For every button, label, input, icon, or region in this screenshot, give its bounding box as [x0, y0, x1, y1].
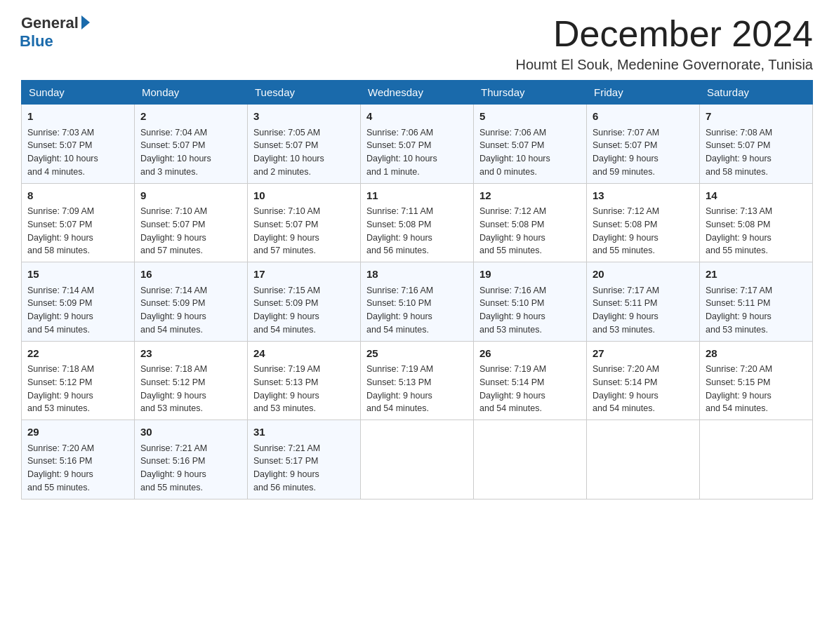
calendar-cell: 8Sunrise: 7:09 AM Sunset: 5:07 PM Daylig…: [22, 183, 135, 262]
calendar-cell: 31Sunrise: 7:21 AM Sunset: 5:17 PM Dayli…: [248, 420, 361, 499]
calendar-cell: 20Sunrise: 7:17 AM Sunset: 5:11 PM Dayli…: [587, 262, 700, 342]
calendar-cell: 30Sunrise: 7:21 AM Sunset: 5:16 PM Dayli…: [135, 420, 248, 499]
calendar-cell: 29Sunrise: 7:20 AM Sunset: 5:16 PM Dayli…: [22, 420, 135, 499]
day-number: 10: [253, 188, 355, 204]
calendar-cell: [361, 420, 474, 499]
title-section: December 2024 Houmt El Souk, Medenine Go…: [515, 14, 813, 73]
day-number: 1: [27, 109, 128, 125]
cell-info: Sunrise: 7:17 AM Sunset: 5:11 PM Dayligh…: [593, 284, 694, 337]
cell-info: Sunrise: 7:19 AM Sunset: 5:14 PM Dayligh…: [479, 363, 581, 415]
cell-info: Sunrise: 7:17 AM Sunset: 5:11 PM Dayligh…: [706, 284, 807, 337]
logo-general-text: General: [21, 14, 79, 32]
week-row-1: 1Sunrise: 7:03 AM Sunset: 5:07 PM Daylig…: [22, 105, 813, 184]
calendar-cell: [700, 420, 813, 499]
day-number: 17: [253, 267, 355, 283]
day-number: 9: [140, 188, 241, 204]
day-number: 7: [706, 109, 807, 125]
day-number: 28: [706, 346, 807, 362]
calendar-cell: 10Sunrise: 7:10 AM Sunset: 5:07 PM Dayli…: [248, 183, 361, 262]
cell-info: Sunrise: 7:19 AM Sunset: 5:13 PM Dayligh…: [253, 363, 355, 415]
cell-info: Sunrise: 7:04 AM Sunset: 5:07 PM Dayligh…: [140, 126, 241, 179]
cell-info: Sunrise: 7:12 AM Sunset: 5:08 PM Dayligh…: [479, 205, 581, 257]
col-header-sunday: Sunday: [22, 81, 135, 105]
calendar-cell: [587, 420, 700, 499]
cell-info: Sunrise: 7:10 AM Sunset: 5:07 PM Dayligh…: [253, 205, 355, 257]
calendar-cell: 18Sunrise: 7:16 AM Sunset: 5:10 PM Dayli…: [361, 262, 474, 342]
day-number: 18: [366, 267, 468, 283]
cell-info: Sunrise: 7:16 AM Sunset: 5:10 PM Dayligh…: [479, 284, 581, 337]
col-header-monday: Monday: [135, 81, 248, 105]
day-number: 30: [140, 424, 241, 441]
cell-info: Sunrise: 7:06 AM Sunset: 5:07 PM Dayligh…: [366, 126, 468, 179]
day-number: 21: [706, 267, 807, 283]
calendar-cell: 15Sunrise: 7:14 AM Sunset: 5:09 PM Dayli…: [22, 262, 135, 342]
day-number: 23: [140, 346, 241, 362]
day-number: 6: [593, 109, 694, 125]
calendar-cell: 25Sunrise: 7:19 AM Sunset: 5:13 PM Dayli…: [361, 341, 474, 420]
cell-info: Sunrise: 7:14 AM Sunset: 5:09 PM Dayligh…: [140, 284, 241, 337]
calendar-cell: 26Sunrise: 7:19 AM Sunset: 5:14 PM Dayli…: [474, 341, 587, 420]
cell-info: Sunrise: 7:09 AM Sunset: 5:07 PM Dayligh…: [27, 205, 128, 257]
cell-info: Sunrise: 7:21 AM Sunset: 5:16 PM Dayligh…: [140, 442, 241, 495]
day-number: 20: [593, 267, 694, 283]
day-number: 12: [479, 188, 581, 204]
cell-info: Sunrise: 7:20 AM Sunset: 5:16 PM Dayligh…: [27, 442, 128, 495]
cell-info: Sunrise: 7:05 AM Sunset: 5:07 PM Dayligh…: [253, 126, 355, 179]
col-header-thursday: Thursday: [474, 81, 587, 105]
calendar-cell: 11Sunrise: 7:11 AM Sunset: 5:08 PM Dayli…: [361, 183, 474, 262]
cell-info: Sunrise: 7:03 AM Sunset: 5:07 PM Dayligh…: [27, 126, 128, 179]
day-number: 24: [253, 346, 355, 362]
calendar-cell: 27Sunrise: 7:20 AM Sunset: 5:14 PM Dayli…: [587, 341, 700, 420]
calendar-cell: 4Sunrise: 7:06 AM Sunset: 5:07 PM Daylig…: [361, 105, 474, 184]
calendar-cell: 1Sunrise: 7:03 AM Sunset: 5:07 PM Daylig…: [22, 105, 135, 184]
calendar-cell: 28Sunrise: 7:20 AM Sunset: 5:15 PM Dayli…: [700, 341, 813, 420]
calendar-cell: 21Sunrise: 7:17 AM Sunset: 5:11 PM Dayli…: [700, 262, 813, 342]
cell-info: Sunrise: 7:06 AM Sunset: 5:07 PM Dayligh…: [479, 126, 581, 179]
cell-info: Sunrise: 7:14 AM Sunset: 5:09 PM Dayligh…: [27, 284, 128, 337]
calendar-table: SundayMondayTuesdayWednesdayThursdayFrid…: [21, 80, 813, 499]
cell-info: Sunrise: 7:15 AM Sunset: 5:09 PM Dayligh…: [253, 284, 355, 337]
week-row-3: 15Sunrise: 7:14 AM Sunset: 5:09 PM Dayli…: [22, 262, 813, 342]
location-subtitle: Houmt El Souk, Medenine Governorate, Tun…: [515, 57, 813, 73]
cell-info: Sunrise: 7:19 AM Sunset: 5:13 PM Dayligh…: [366, 363, 468, 415]
calendar-cell: 3Sunrise: 7:05 AM Sunset: 5:07 PM Daylig…: [248, 105, 361, 184]
calendar-cell: 22Sunrise: 7:18 AM Sunset: 5:12 PM Dayli…: [22, 341, 135, 420]
day-number: 4: [366, 109, 468, 125]
day-number: 11: [366, 188, 468, 204]
day-number: 16: [140, 267, 241, 283]
cell-info: Sunrise: 7:18 AM Sunset: 5:12 PM Dayligh…: [27, 363, 128, 415]
day-number: 26: [479, 346, 581, 362]
col-header-saturday: Saturday: [700, 81, 813, 105]
calendar-cell: 12Sunrise: 7:12 AM Sunset: 5:08 PM Dayli…: [474, 183, 587, 262]
day-number: 14: [706, 188, 807, 204]
cell-info: Sunrise: 7:11 AM Sunset: 5:08 PM Dayligh…: [366, 205, 468, 257]
col-header-wednesday: Wednesday: [361, 81, 474, 105]
cell-info: Sunrise: 7:07 AM Sunset: 5:07 PM Dayligh…: [593, 126, 694, 179]
page-header: General Blue December 2024 Houmt El Souk…: [21, 14, 813, 73]
calendar-cell: 16Sunrise: 7:14 AM Sunset: 5:09 PM Dayli…: [135, 262, 248, 342]
cell-info: Sunrise: 7:18 AM Sunset: 5:12 PM Dayligh…: [140, 363, 241, 415]
calendar-cell: [474, 420, 587, 499]
calendar-cell: 17Sunrise: 7:15 AM Sunset: 5:09 PM Dayli…: [248, 262, 361, 342]
cell-info: Sunrise: 7:16 AM Sunset: 5:10 PM Dayligh…: [366, 284, 468, 337]
day-number: 29: [27, 424, 128, 441]
cell-info: Sunrise: 7:20 AM Sunset: 5:15 PM Dayligh…: [706, 363, 807, 415]
cell-info: Sunrise: 7:21 AM Sunset: 5:17 PM Dayligh…: [253, 442, 355, 495]
calendar-cell: 14Sunrise: 7:13 AM Sunset: 5:08 PM Dayli…: [700, 183, 813, 262]
week-row-2: 8Sunrise: 7:09 AM Sunset: 5:07 PM Daylig…: [22, 183, 813, 262]
cell-info: Sunrise: 7:13 AM Sunset: 5:08 PM Dayligh…: [706, 205, 807, 257]
calendar-cell: 13Sunrise: 7:12 AM Sunset: 5:08 PM Dayli…: [587, 183, 700, 262]
day-number: 25: [366, 346, 468, 362]
day-number: 5: [479, 109, 581, 125]
day-number: 13: [593, 188, 694, 204]
calendar-header-row: SundayMondayTuesdayWednesdayThursdayFrid…: [22, 81, 813, 105]
col-header-tuesday: Tuesday: [248, 81, 361, 105]
cell-info: Sunrise: 7:20 AM Sunset: 5:14 PM Dayligh…: [593, 363, 694, 415]
calendar-cell: 24Sunrise: 7:19 AM Sunset: 5:13 PM Dayli…: [248, 341, 361, 420]
day-number: 31: [253, 424, 355, 441]
week-row-5: 29Sunrise: 7:20 AM Sunset: 5:16 PM Dayli…: [22, 420, 813, 499]
col-header-friday: Friday: [587, 81, 700, 105]
calendar-cell: 7Sunrise: 7:08 AM Sunset: 5:07 PM Daylig…: [700, 105, 813, 184]
logo-blue-text: Blue: [20, 32, 53, 51]
day-number: 19: [479, 267, 581, 283]
